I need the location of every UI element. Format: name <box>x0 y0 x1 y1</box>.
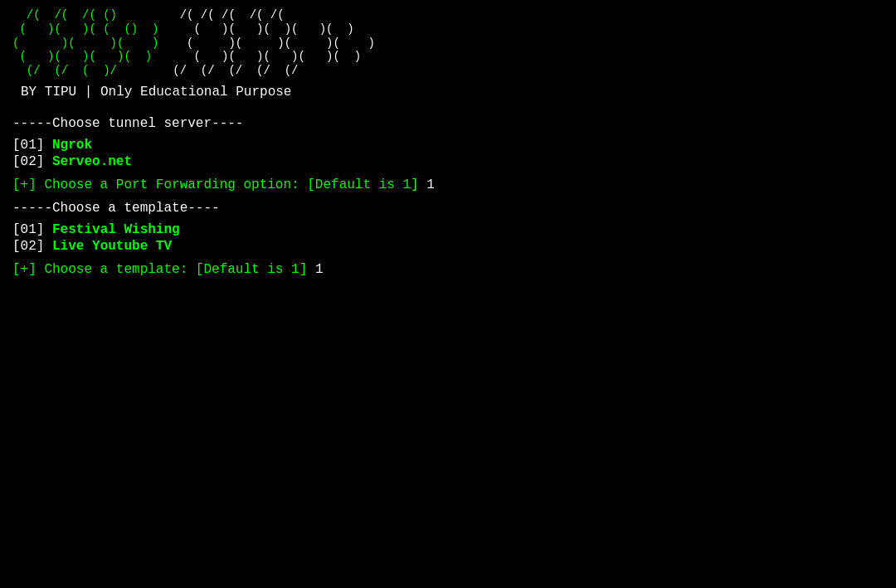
tunnel-items: [01] Ngrok [02] Serveo.net <box>12 138 884 169</box>
template-label-1: Festival Wishing <box>52 222 180 237</box>
subtitle: BY TIPU | Only Educational Purpose <box>21 85 884 100</box>
tunnel-prompt-value: 1 <box>426 177 435 192</box>
template-num-2: [02] <box>12 239 44 254</box>
tunnel-item-2: [02] Serveo.net <box>12 154 884 169</box>
template-section: -----Choose a template---- [01] Festival… <box>12 201 884 254</box>
template-prompt-text: [+] Choose a template: [Default is 1] <box>12 262 307 277</box>
tunnel-section: -----Choose tunnel server---- [01] Ngrok… <box>12 116 884 169</box>
template-prompt-value: 1 <box>315 262 324 277</box>
template-num-1: [01] <box>12 222 44 237</box>
template-prompt: [+] Choose a template: [Default is 1] 1 <box>12 262 884 277</box>
tunnel-num-1: [01] <box>12 138 44 153</box>
template-divider: -----Choose a template---- <box>12 201 884 216</box>
template-item-2: [02] Live Youtube TV <box>12 239 884 254</box>
tunnel-num-2: [02] <box>12 154 44 169</box>
tunnel-prompt-text: [+] Choose a Port Forwarding option: [De… <box>12 177 419 192</box>
faithful-banner: /( /( /( () /( /( /( /( /( ( )( )( ( () … <box>12 8 884 78</box>
tunnel-divider: -----Choose tunnel server---- <box>12 116 884 131</box>
template-item-1: [01] Festival Wishing <box>12 222 884 237</box>
template-items: [01] Festival Wishing [02] Live Youtube … <box>12 222 884 254</box>
tunnel-label-1: Ngrok <box>52 138 92 153</box>
tunnel-label-2: Serveo.net <box>52 154 132 169</box>
tunnel-prompt: [+] Choose a Port Forwarding option: [De… <box>12 177 884 192</box>
template-label-2: Live Youtube TV <box>52 239 172 254</box>
tunnel-item-1: [01] Ngrok <box>12 138 884 153</box>
terminal: /( /( /( () /( /( /( /( /( ( )( )( ( () … <box>0 0 896 588</box>
